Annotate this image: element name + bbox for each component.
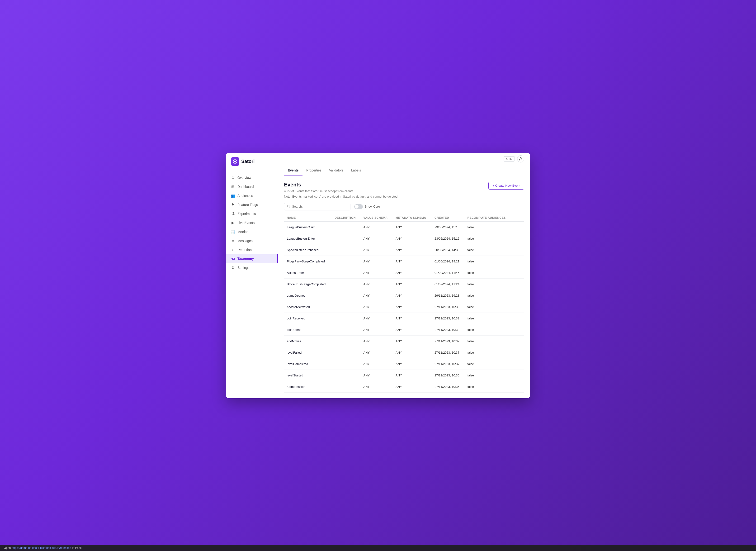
more-button-0[interactable]: ⋮	[515, 224, 522, 230]
utc-badge[interactable]: UTC	[504, 156, 515, 161]
cell-metadata-schema-9: ANY	[393, 324, 432, 335]
cell-value-schema-11: ANY	[360, 347, 393, 358]
search-input[interactable]	[292, 205, 347, 208]
more-button-6[interactable]: ⋮	[515, 293, 522, 298]
tab-events[interactable]: Events	[284, 165, 302, 176]
cell-actions-5: ⋮	[512, 279, 524, 290]
cell-created-11: 27/11/2023, 10:37	[432, 347, 465, 358]
sidebar-item-overview[interactable]: ⊙ Overview	[226, 173, 278, 182]
cell-name-0: LeagueBustersClaim	[284, 221, 332, 233]
cell-metadata-schema-10: ANY	[393, 335, 432, 347]
cell-created-12: 27/11/2023, 10:37	[432, 358, 465, 370]
nav-icon-overview: ⊙	[231, 175, 235, 180]
cell-value-schema-0: ANY	[360, 221, 393, 233]
cell-value-schema-12: ANY	[360, 358, 393, 370]
cell-description-4	[332, 267, 360, 279]
cell-created-13: 27/11/2023, 10:36	[432, 370, 465, 381]
more-button-13[interactable]: ⋮	[515, 373, 522, 378]
table-header-row: NameDescriptionValue SchemaMetadata Sche…	[284, 214, 524, 221]
cell-actions-4: ⋮	[512, 267, 524, 279]
table-header: NameDescriptionValue SchemaMetadata Sche…	[284, 214, 524, 221]
tab-properties[interactable]: Properties	[302, 165, 325, 176]
cell-created-8: 27/11/2023, 10:38	[432, 313, 465, 324]
cell-recompute-13: false	[465, 370, 512, 381]
sidebar-item-live-events[interactable]: ▶ Live Events	[226, 218, 278, 227]
sidebar-item-dashboard[interactable]: ▦ Dashboard	[226, 182, 278, 191]
sidebar-item-metrics[interactable]: 📊 Metrics	[226, 227, 278, 236]
peek-suffix: in Peek	[72, 546, 82, 550]
sidebar-item-retention[interactable]: ↩ Retention	[226, 245, 278, 254]
logo[interactable]: Satori	[226, 153, 278, 170]
nav-label-audiences: Audiences	[237, 194, 253, 197]
cell-value-schema-9: ANY	[360, 324, 393, 335]
cell-created-3: 01/05/2024, 19:21	[432, 255, 465, 267]
more-button-3[interactable]: ⋮	[515, 258, 522, 264]
more-button-10[interactable]: ⋮	[515, 339, 522, 344]
nav-icon-taxonomy: 🏷	[231, 257, 235, 261]
nav-label-overview: Overview	[237, 176, 251, 179]
more-button-11[interactable]: ⋮	[515, 350, 522, 355]
cell-metadata-schema-2: ANY	[393, 244, 432, 255]
more-button-9[interactable]: ⋮	[515, 327, 522, 333]
cell-name-11: levelFailed	[284, 347, 332, 358]
cell-name-4: ABTestEnter	[284, 267, 332, 279]
cell-metadata-schema-5: ANY	[393, 279, 432, 290]
show-core-toggle[interactable]	[354, 204, 363, 209]
more-button-12[interactable]: ⋮	[515, 361, 522, 367]
tab-validators[interactable]: Validators	[325, 165, 347, 176]
cell-recompute-3: false	[465, 255, 512, 267]
cell-description-5	[332, 279, 360, 290]
table-row: LeagueBustersEnter ANY ANY 23/05/2024, 1…	[284, 233, 524, 244]
more-button-2[interactable]: ⋮	[515, 247, 522, 253]
sidebar-item-feature-flags[interactable]: ⚑ Feature Flags	[226, 200, 278, 209]
sidebar-item-experiments[interactable]: ⚗ Experiments	[226, 209, 278, 218]
sidebar-item-audiences[interactable]: 👥 Audiences	[226, 191, 278, 200]
cell-value-schema-2: ANY	[360, 244, 393, 255]
more-button-8[interactable]: ⋮	[515, 316, 522, 321]
sidebar-item-taxonomy[interactable]: 🏷 Taxonomy	[226, 254, 278, 263]
peek-url[interactable]: https://demo.us-east1-b.satoricloud.io/r…	[12, 546, 71, 550]
sidebar-item-messages[interactable]: ✉ Messages	[226, 236, 278, 245]
logo-icon	[231, 157, 239, 166]
search-box[interactable]	[284, 203, 350, 210]
col-header-metadata_schema: Metadata Schema	[393, 214, 432, 221]
create-event-button[interactable]: + Create New Event	[489, 182, 524, 189]
cell-value-schema-6: ANY	[360, 290, 393, 301]
cell-recompute-8: false	[465, 313, 512, 324]
nav-icon-audiences: 👥	[231, 193, 235, 198]
cell-recompute-11: false	[465, 347, 512, 358]
sidebar-item-settings[interactable]: ⚙ Settings	[226, 263, 278, 272]
cell-description-11	[332, 347, 360, 358]
cell-metadata-schema-7: ANY	[393, 301, 432, 313]
user-icon[interactable]	[517, 155, 524, 162]
cell-value-schema-13: ANY	[360, 370, 393, 381]
more-button-14[interactable]: ⋮	[515, 384, 522, 390]
cell-name-9: coinSpent	[284, 324, 332, 335]
more-button-1[interactable]: ⋮	[515, 236, 522, 241]
table-row: boosterActivated ANY ANY 27/11/2023, 10:…	[284, 301, 524, 313]
cell-metadata-schema-6: ANY	[393, 290, 432, 301]
cell-created-2: 20/05/2024, 14:33	[432, 244, 465, 255]
show-core-label: Show Core	[365, 205, 380, 208]
cell-value-schema-14: ANY	[360, 381, 393, 392]
cell-description-2	[332, 244, 360, 255]
cell-recompute-5: false	[465, 279, 512, 290]
more-button-5[interactable]: ⋮	[515, 282, 522, 287]
cell-actions-9: ⋮	[512, 324, 524, 335]
toolbar: Show Core	[284, 203, 524, 210]
table-row: levelCompleted ANY ANY 27/11/2023, 10:37…	[284, 358, 524, 370]
more-button-7[interactable]: ⋮	[515, 304, 522, 310]
page-subtitle-line1: A list of Events that Satori must accept…	[284, 189, 399, 193]
cell-metadata-schema-11: ANY	[393, 347, 432, 358]
page-title: Events	[284, 182, 399, 188]
nav-label-settings: Settings	[237, 266, 249, 269]
tab-labels[interactable]: Labels	[347, 165, 365, 176]
nav-label-dashboard: Dashboard	[237, 185, 254, 188]
cell-actions-3: ⋮	[512, 255, 524, 267]
more-button-4[interactable]: ⋮	[515, 270, 522, 276]
search-icon	[287, 205, 290, 208]
cell-description-7	[332, 301, 360, 313]
cell-description-6	[332, 290, 360, 301]
cell-metadata-schema-3: ANY	[393, 255, 432, 267]
cell-recompute-7: false	[465, 301, 512, 313]
